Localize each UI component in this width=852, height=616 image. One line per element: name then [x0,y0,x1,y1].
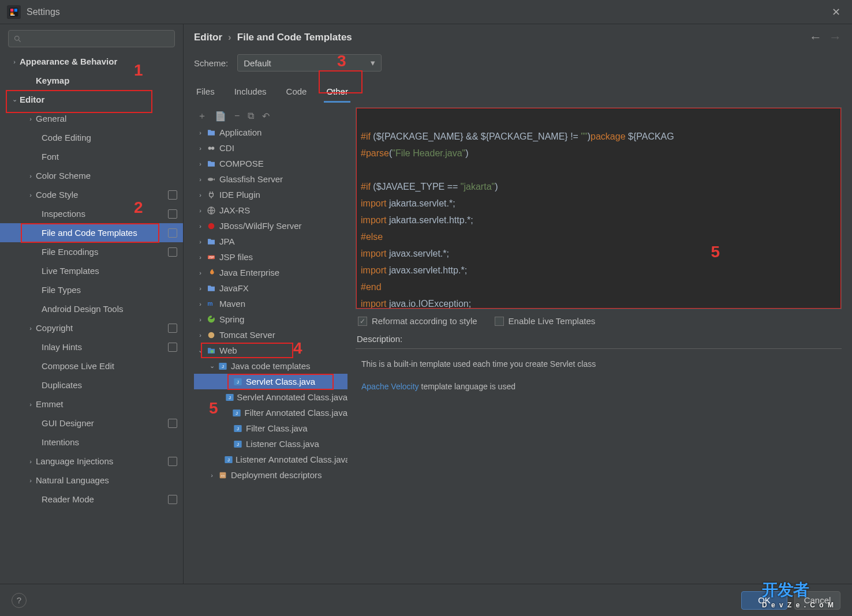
chevron-right-icon: › [228,32,231,43]
close-icon[interactable]: ✕ [827,3,845,21]
svg-point-11 [208,223,215,229]
breadcrumb-a: Editor [194,32,222,43]
nav-item-general[interactable]: ›General [0,109,183,128]
nav-item-copyright[interactable]: ›Copyright [0,318,183,337]
nav-item-live-templates[interactable]: Live Templates [0,261,183,280]
tpl-item-servlet-annotated-class-java[interactable]: JServlet Annotated Class.java [194,389,347,405]
settings-tree[interactable]: 1 2 ›Appearance & BehaviorKeymap⌄Editor›… [0,52,183,584]
search-input[interactable] [8,30,175,47]
nav-item-code-editing[interactable]: Code Editing [0,128,183,147]
tpl-item-listener-annotated-class-java[interactable]: JListener Annotated Class.java [194,452,347,467]
nav-item-natural-languages[interactable]: ›Natural Languages [0,471,183,490]
options-row: ✓Reformat according to style Enable Live… [356,309,842,333]
tpl-item-filter-annotated-class-java[interactable]: JFilter Annotated Class.java [194,405,347,420]
add-icon[interactable]: ＋ [197,110,207,122]
nav-item-file-encodings[interactable]: File Encodings [0,242,183,261]
java-icon: J [231,407,242,419]
enable-live-templates-checkbox[interactable]: Enable Live Templates [495,316,596,326]
nav-item-keymap[interactable]: Keymap [0,71,183,90]
copy-icon[interactable]: ⧉ [248,111,254,121]
template-tree[interactable]: 4 5 ›Application›CDI›COMPOSE›Glassfish S… [194,125,347,579]
template-icon: 📄 [215,111,226,122]
remove-icon[interactable]: − [234,111,240,121]
nav-item-code-style[interactable]: ›Code Style [0,185,183,204]
java-icon: J [224,454,233,465]
description-label: Description: [357,334,842,344]
help-icon[interactable]: ? [12,593,27,608]
tpl-item-jboss-wildfly-server[interactable]: ›JBoss/WildFly Server [194,218,347,234]
tpl-item-glassfish-server[interactable]: ›Glassfish Server [194,171,347,187]
nav-item-font[interactable]: Font [0,147,183,166]
forward-icon[interactable]: → [829,30,842,45]
tpl-item-maven[interactable]: ›mMaven [194,296,347,311]
nav-item-inlay-hints[interactable]: Inlay Hints [0,337,183,356]
nav-item-emmet[interactable]: ›Emmet [0,395,183,414]
dd-icon: <> [217,469,229,481]
nav-item-compose-live-edit[interactable]: Compose Live Edit [0,356,183,375]
web-icon [205,345,217,356]
project-badge-icon [168,247,177,257]
nav-item-color-scheme[interactable]: ›Color Scheme [0,166,183,185]
app-icon [7,5,21,19]
cdi-icon [205,142,217,154]
tpl-item-compose[interactable]: ›COMPOSE [194,156,347,171]
nav-item-file-types[interactable]: File Types [0,280,183,299]
svg-rect-2 [14,9,17,12]
tpl-item-ide-plugin[interactable]: ›IDE Plugin [194,187,347,202]
tpl-item-java-enterprise[interactable]: ›Java Enterprise [194,265,347,280]
window-title: Settings [27,7,60,17]
description-box: This is a built-in template used each ti… [356,348,842,402]
tpl-item-web[interactable]: ⌄Web [194,343,347,358]
tpl-item-javafx[interactable]: ›JavaFX [194,280,347,296]
tab-code[interactable]: Code [284,83,309,103]
titlebar: Settings ✕ [0,0,852,24]
scheme-select[interactable]: Default [237,54,382,72]
svg-text:J: J [236,410,238,415]
svg-line-6 [18,40,20,42]
nav-item-gui-designer[interactable]: GUI Designer [0,414,183,433]
sidebar: 1 2 ›Appearance & BehaviorKeymap⌄Editor›… [0,24,184,584]
project-badge-icon [168,495,177,504]
java-icon: J [232,438,244,450]
watermark-logo: 开发者D е v Z е . C о M [762,579,835,609]
main-panel: Editor › File and Code Templates ← → Sch… [184,24,852,584]
flame-icon [205,267,217,279]
tab-other[interactable]: Other [324,83,350,103]
tpl-item-jsp-files[interactable]: ›JSPJSP files [194,249,347,265]
nav-item-duplicates[interactable]: Duplicates [0,375,183,395]
svg-text:m: m [207,300,212,307]
tpl-item-servlet-class-java[interactable]: JServlet Class.java [194,374,347,389]
nav-item-file-and-code-templates[interactable]: File and Code Templates [0,223,183,242]
apache-velocity-link[interactable]: Apache Velocity [361,382,419,391]
nav-item-intentions[interactable]: Intentions [0,433,183,452]
reformat-checkbox[interactable]: ✓Reformat according to style [358,316,477,326]
tabs: FilesIncludesCodeOther 3 [184,77,852,103]
nav-item-android-design-tools[interactable]: Android Design Tools [0,299,183,318]
tpl-item-deployment-descriptors[interactable]: ›<>Deployment descriptors [194,467,347,483]
tab-includes[interactable]: Includes [232,83,269,103]
back-icon[interactable]: ← [809,30,822,45]
folder-icon [205,283,217,294]
tpl-item-spring[interactable]: ›Spring [194,311,347,327]
nav-item-appearance-behavior[interactable]: ›Appearance & Behavior [0,52,183,71]
nav-item-inspections[interactable]: Inspections [0,204,183,223]
nav-item-reader-mode[interactable]: Reader Mode [0,490,183,509]
tpl-item-java-code-templates[interactable]: ⌄JJava code templates [194,358,347,374]
tpl-item-filter-class-java[interactable]: JFilter Class.java [194,420,347,436]
template-editor[interactable]: #if (${PACKAGE_NAME} && ${PACKAGE_NAME} … [356,107,842,309]
tpl-item-cdi[interactable]: ›CDI [194,140,347,156]
nav-item-editor[interactable]: ⌄Editor [0,90,183,109]
svg-point-15 [208,332,215,338]
svg-point-16 [211,350,214,352]
revert-icon[interactable]: ↶ [262,111,270,122]
nav-item-language-injections[interactable]: ›Language Injections [0,452,183,471]
tpl-item-jpa[interactable]: ›JPA [194,234,347,249]
tpl-item-listener-class-java[interactable]: JListener Class.java [194,436,347,452]
globe-icon [205,205,217,216]
tpl-item-tomcat-server[interactable]: ›Tomcat Server [194,327,347,343]
svg-text:J: J [227,457,230,462]
tpl-item-application[interactable]: ›Application [194,125,347,140]
tpl-item-jax-rs[interactable]: ›JAX-RS [194,202,347,218]
tab-files[interactable]: Files [194,83,217,103]
settings-window: Settings ✕ 1 2 ›Appearance & BehaviorKey… [0,0,852,616]
